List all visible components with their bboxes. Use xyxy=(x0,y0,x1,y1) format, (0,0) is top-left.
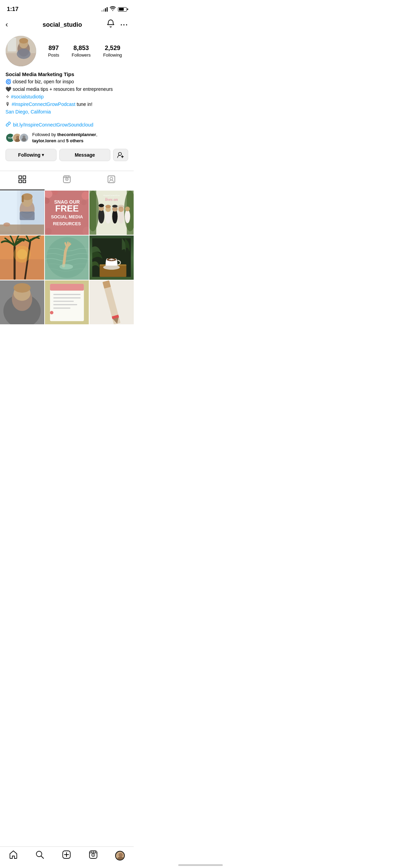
follower-avatar-3 xyxy=(19,133,29,143)
followed-by: TCP xyxy=(5,132,128,144)
grid-item[interactable] xyxy=(89,236,134,280)
svg-point-6 xyxy=(17,49,31,59)
svg-rect-18 xyxy=(19,180,22,183)
svg-rect-2 xyxy=(8,38,16,51)
svg-text:RESOURCES: RESOURCES xyxy=(53,221,81,226)
photo-grid: SNAG OUR FREE SOCIAL MEDIA RESOURCES xyxy=(0,191,134,324)
bio-name: Social Media Marketing Tips xyxy=(5,71,128,77)
followed-prefix: Followed by xyxy=(32,132,57,137)
following-stat[interactable]: 2,529 Following xyxy=(103,45,122,58)
profile-top: 897 Posts 8,853 Followers 2,529 Followin… xyxy=(5,36,128,67)
following-count: 2,529 xyxy=(103,45,122,52)
followed-user2[interactable]: taylor.loren xyxy=(32,138,56,143)
notification-bell-icon[interactable] xyxy=(107,19,115,30)
followed-count[interactable]: 5 others xyxy=(66,138,84,143)
bio-url-row: bit.ly/InspireConnectGrowSoundcloud xyxy=(5,121,128,128)
svg-point-81 xyxy=(59,264,73,269)
following-label: Following xyxy=(103,52,122,58)
tab-reels[interactable] xyxy=(45,171,89,190)
svg-point-5 xyxy=(19,38,28,44)
grid-item[interactable] xyxy=(0,236,44,280)
svg-point-61 xyxy=(106,205,111,208)
svg-rect-98 xyxy=(53,301,73,302)
posts-label: Posts xyxy=(48,52,59,58)
svg-point-101 xyxy=(50,311,53,314)
svg-rect-17 xyxy=(23,176,26,179)
grid-icon xyxy=(18,175,26,185)
bio-suffix: tune in! xyxy=(75,101,93,107)
tab-grid[interactable] xyxy=(0,171,45,190)
header-username: social_studio xyxy=(42,21,82,28)
tab-tagged[interactable] xyxy=(89,171,134,190)
svg-point-92 xyxy=(14,283,31,293)
svg-point-58 xyxy=(99,204,104,207)
followed-user1[interactable]: thecontentplanner xyxy=(57,132,96,137)
grid-item[interactable] xyxy=(0,191,44,235)
wifi-icon xyxy=(110,6,116,12)
svg-point-78 xyxy=(17,249,27,260)
add-friend-button[interactable] xyxy=(113,149,128,161)
svg-point-64 xyxy=(112,205,118,208)
tagged-icon xyxy=(107,175,116,185)
message-button[interactable]: Message xyxy=(59,149,110,161)
svg-point-80 xyxy=(47,237,87,278)
action-buttons: Following ▾ Message xyxy=(5,149,128,161)
more-options-icon[interactable]: ··· xyxy=(120,21,128,29)
followers-stat[interactable]: 8,853 Followers xyxy=(72,45,91,58)
grid-item[interactable]: SNAG OUR FREE SOCIAL MEDIA RESOURCES xyxy=(45,191,89,235)
location[interactable]: San Diego, California xyxy=(5,108,128,116)
followers-count: 8,853 xyxy=(72,45,91,52)
followers-label: Followers xyxy=(72,52,91,58)
grid-item[interactable] xyxy=(89,280,134,325)
grid-item[interactable] xyxy=(45,236,89,280)
avatar xyxy=(5,36,36,67)
header-action-buttons: ··· xyxy=(107,19,128,30)
svg-text:SOCIAL MEDIA: SOCIAL MEDIA xyxy=(51,215,83,220)
status-icons xyxy=(101,6,127,12)
svg-rect-16 xyxy=(19,176,22,179)
svg-point-44 xyxy=(81,200,87,205)
hashtag2[interactable]: #InspireConnectGrowPodcast xyxy=(12,101,75,107)
svg-rect-100 xyxy=(53,308,70,309)
svg-point-65 xyxy=(118,210,124,224)
followed-text: Followed by thecontentplanner, taylor.lo… xyxy=(32,132,97,144)
profile-section: 897 Posts 8,853 Followers 2,529 Followin… xyxy=(0,34,134,171)
svg-point-22 xyxy=(66,179,68,180)
svg-rect-27 xyxy=(108,176,115,183)
sparkle-prefix: ✧ xyxy=(5,94,11,99)
back-button[interactable]: ‹ xyxy=(5,20,18,29)
hashtag1[interactable]: #socialstudiotip xyxy=(11,94,44,99)
following-label: Following xyxy=(18,152,40,158)
status-time: 1:17 xyxy=(7,6,19,13)
svg-point-68 xyxy=(125,210,130,224)
svg-rect-95 xyxy=(50,284,84,291)
mic-prefix: 🎙 xyxy=(5,101,12,107)
posts-count: 897 xyxy=(48,45,59,52)
grid-item[interactable] xyxy=(45,280,89,325)
link-icon xyxy=(5,121,11,128)
reels-icon xyxy=(63,175,71,185)
svg-point-33 xyxy=(3,222,10,227)
grid-item[interactable] xyxy=(0,280,44,325)
svg-point-14 xyxy=(22,138,26,141)
bio-line-2: 🖤 social media tips + resources for entr… xyxy=(5,86,128,93)
svg-rect-37 xyxy=(22,195,24,202)
svg-point-15 xyxy=(119,153,122,156)
svg-point-46 xyxy=(45,228,52,235)
bio-section: Social Media Marketing Tips 🌀 closed for… xyxy=(5,71,128,119)
profile-header: ‹ social_studio ··· xyxy=(0,16,134,34)
svg-rect-19 xyxy=(23,180,26,183)
profile-stats: 897 Posts 8,853 Followers 2,529 Followin… xyxy=(42,45,128,58)
grid-item[interactable]: #InspireConnectGrow lives on xyxy=(89,191,134,235)
svg-point-69 xyxy=(125,207,130,212)
followed-sep: , xyxy=(96,132,97,137)
svg-rect-97 xyxy=(53,297,80,298)
chevron-down-icon: ▾ xyxy=(42,153,44,157)
bio-url-link[interactable]: bit.ly/InspireConnectGrowSoundcloud xyxy=(13,122,93,128)
svg-text:lives on: lives on xyxy=(105,197,118,202)
svg-rect-96 xyxy=(53,294,80,295)
signal-icon xyxy=(101,7,108,12)
profile-tabs xyxy=(0,171,134,191)
status-bar: 1:17 xyxy=(0,0,134,16)
following-button[interactable]: Following ▾ xyxy=(5,149,57,161)
